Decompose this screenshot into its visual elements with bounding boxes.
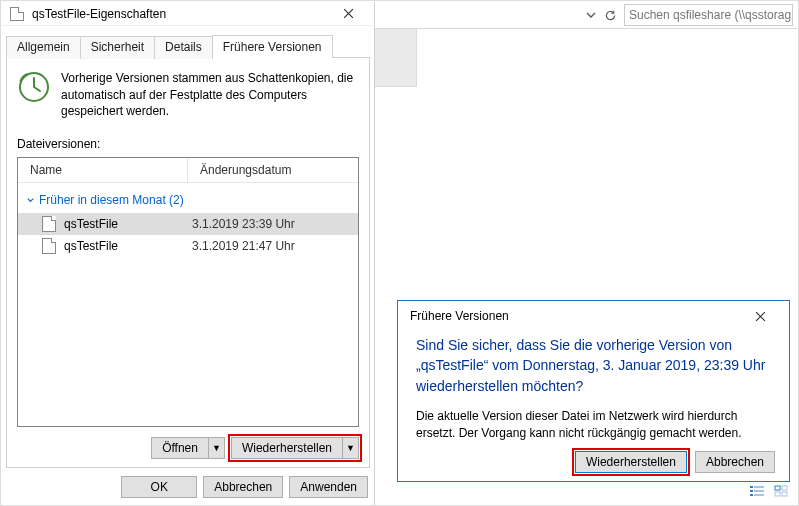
svg-rect-6: [754, 494, 764, 496]
svg-rect-1: [750, 486, 753, 488]
open-button-label: Öffnen: [152, 438, 208, 458]
properties-title: qsTestFile-Eigenschaften: [32, 7, 328, 21]
group-header[interactable]: Früher in diesem Monat (2): [18, 189, 358, 213]
address-dropdown-icon[interactable]: [582, 6, 600, 24]
file-name: qsTestFile: [64, 217, 192, 231]
tab-previous-versions[interactable]: Frühere Versionen: [212, 35, 333, 58]
dropdown-arrow-icon[interactable]: ▼: [208, 438, 224, 458]
confirm-body-text: Die aktuelle Version dieser Datei im Net…: [398, 404, 789, 452]
history-icon: [17, 70, 51, 104]
confirm-restore-button[interactable]: Wiederherstellen: [575, 451, 687, 473]
refresh-icon[interactable]: [601, 6, 619, 24]
close-icon[interactable]: [328, 3, 368, 25]
search-placeholder: Suchen qsfileshare (\\qsstorag...: [629, 8, 793, 22]
tab-details[interactable]: Details: [154, 36, 213, 59]
svg-rect-9: [775, 492, 780, 496]
description-text: Vorherige Versionen stammen aus Schatten…: [61, 70, 359, 119]
group-label: Früher in diesem Monat (2): [39, 193, 184, 207]
tab-security[interactable]: Sicherheit: [80, 36, 155, 59]
tab-panel-previous-versions: Vorherige Versionen stammen aus Schatten…: [6, 57, 370, 468]
properties-titlebar: qsTestFile-Eigenschaften: [2, 2, 374, 26]
dialog-button-row: OK Abbrechen Anwenden: [2, 468, 374, 506]
file-date: 3.1.2019 23:39 Uhr: [192, 217, 295, 231]
view-large-icon[interactable]: [770, 483, 792, 499]
tab-strip: Allgemein Sicherheit Details Frühere Ver…: [2, 32, 374, 57]
open-button[interactable]: Öffnen ▼: [151, 437, 225, 459]
svg-rect-10: [782, 492, 787, 496]
confirm-titlebar: Frühere Versionen: [398, 301, 789, 331]
svg-rect-5: [750, 494, 753, 496]
column-header-date[interactable]: Änderungsdatum: [188, 158, 358, 182]
svg-rect-2: [754, 486, 764, 488]
confirm-cancel-button[interactable]: Abbrechen: [695, 451, 775, 473]
close-icon[interactable]: [755, 311, 783, 322]
restore-button-label: Wiederherstellen: [232, 438, 342, 458]
svg-rect-3: [750, 490, 753, 492]
cancel-button[interactable]: Abbrechen: [203, 476, 283, 498]
explorer-address-bar: Suchen qsfileshare (\\qsstorag...: [375, 2, 797, 29]
chevron-down-icon: [26, 196, 35, 205]
column-header-name[interactable]: Name: [18, 158, 188, 182]
file-icon: [42, 216, 56, 232]
document-icon: [10, 7, 24, 21]
confirm-main-text: Sind Sie sicher, dass Sie die vorherige …: [398, 331, 789, 404]
file-date: 3.1.2019 21:47 Uhr: [192, 239, 295, 253]
apply-button[interactable]: Anwenden: [289, 476, 368, 498]
tab-general[interactable]: Allgemein: [6, 36, 81, 59]
view-details-icon[interactable]: [746, 483, 768, 499]
file-name: qsTestFile: [64, 239, 192, 253]
list-header: Name Änderungsdatum: [18, 158, 358, 183]
svg-rect-4: [754, 490, 764, 492]
versions-label: Dateiversionen:: [17, 137, 359, 151]
file-versions-list: Name Änderungsdatum Früher in diesem Mon…: [17, 157, 359, 427]
ok-button[interactable]: OK: [121, 476, 197, 498]
properties-dialog: qsTestFile-Eigenschaften Allgemein Siche…: [2, 2, 375, 506]
confirm-dialog: Frühere Versionen Sind Sie sicher, dass …: [397, 300, 790, 482]
search-input[interactable]: Suchen qsfileshare (\\qsstorag...: [624, 4, 793, 26]
explorer-view-icons: [746, 483, 792, 499]
svg-rect-7: [775, 486, 780, 490]
confirm-title: Frühere Versionen: [410, 309, 755, 323]
file-icon: [42, 238, 56, 254]
dropdown-arrow-icon[interactable]: ▼: [342, 438, 358, 458]
list-item[interactable]: qsTestFile 3.1.2019 21:47 Uhr: [18, 235, 358, 257]
restore-button[interactable]: Wiederherstellen ▼: [231, 437, 359, 459]
list-item[interactable]: qsTestFile 3.1.2019 23:39 Uhr: [18, 213, 358, 235]
svg-rect-8: [782, 486, 787, 490]
explorer-ribbon-fragment: [375, 29, 417, 87]
